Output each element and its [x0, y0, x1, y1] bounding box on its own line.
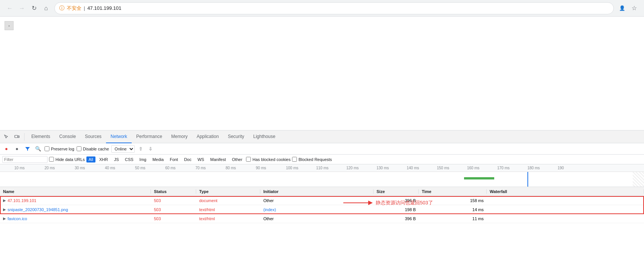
- col-header-status[interactable]: Status: [151, 189, 196, 194]
- col-header-initiator[interactable]: Initiator: [260, 189, 373, 194]
- ruler-10ms: 10 ms: [14, 166, 25, 170]
- row2-status: 503: [151, 207, 196, 212]
- filter-xhr[interactable]: XHR: [97, 156, 110, 162]
- inspect-element-button[interactable]: [2, 132, 11, 142]
- filter-js[interactable]: JS: [112, 156, 121, 162]
- network-toolbar: ● ● 🔍 Preserve log Disable cache Online …: [0, 143, 644, 155]
- devtools-tabs: Elements Console Sources Network Perform…: [27, 130, 280, 143]
- page-content: ▪: [0, 17, 644, 130]
- tab-application[interactable]: Application: [192, 130, 223, 143]
- filter-manifest[interactable]: Manifest: [208, 156, 228, 162]
- tab-network[interactable]: Network: [106, 130, 132, 143]
- star-button[interactable]: ☆: [629, 3, 639, 14]
- timeline-blue-line: [527, 172, 528, 187]
- table-row[interactable]: ▶ 47.101.199.101 503 document Other 396 …: [0, 196, 644, 205]
- ruler-140ms: 140 ms: [407, 166, 419, 170]
- import-har-button[interactable]: ⇧: [137, 145, 144, 153]
- ruler-70ms: 70 ms: [195, 166, 206, 170]
- tab-console[interactable]: Console: [55, 130, 80, 143]
- col-header-size[interactable]: Size: [373, 189, 419, 194]
- filter-img[interactable]: Img: [137, 156, 149, 162]
- timeline-area[interactable]: 10 ms 20 ms 30 ms 40 ms 50 ms 60 ms 70 m…: [0, 164, 644, 187]
- row1-initiator: Other: [260, 198, 373, 203]
- has-blocked-cookies-checkbox[interactable]: [246, 157, 251, 162]
- record-button[interactable]: ●: [2, 145, 11, 153]
- ruler-100ms: 100 ms: [286, 166, 298, 170]
- row3-type: text/html: [196, 216, 260, 221]
- tab-memory[interactable]: Memory: [167, 130, 192, 143]
- blocked-requests-label[interactable]: Blocked Requests: [292, 157, 332, 162]
- throttle-select[interactable]: Online: [111, 145, 135, 153]
- search-button[interactable]: 🔍: [34, 145, 42, 153]
- ruler-110ms: 110 ms: [316, 166, 329, 170]
- col-header-name[interactable]: Name: [0, 189, 151, 194]
- home-button[interactable]: ⌂: [41, 3, 51, 14]
- col-header-waterfall[interactable]: Waterfall: [487, 189, 644, 194]
- ruler-150ms: 150 ms: [437, 166, 449, 170]
- browser-chrome: ← → ↻ ⌂ ⓘ 不安全 | 47.101.199.101 👤 ☆: [0, 0, 644, 17]
- svg-rect-1: [18, 136, 19, 138]
- row3-time: 11 ms: [419, 216, 487, 221]
- ruler-40ms: 40 ms: [105, 166, 115, 170]
- row2-type: text/html: [196, 207, 260, 212]
- network-table: Name Status Type Initiator Size Time Wat…: [0, 187, 644, 256]
- ruler-170ms: 170 ms: [497, 166, 510, 170]
- security-label: 不安全: [67, 5, 81, 12]
- filter-media[interactable]: Media: [150, 156, 166, 162]
- hide-data-urls-label[interactable]: Hide data URLs: [49, 157, 85, 162]
- ruler-160ms: 160 ms: [467, 166, 480, 170]
- row3-status: 503: [151, 216, 196, 221]
- col-header-time[interactable]: Time: [419, 189, 487, 194]
- security-icon: ⓘ: [59, 5, 65, 12]
- row2-size: 198 B: [373, 207, 419, 212]
- tab-sources[interactable]: Sources: [80, 130, 106, 143]
- device-toolbar-button[interactable]: [12, 132, 22, 142]
- ruler-80ms: 80 ms: [226, 166, 236, 170]
- disable-cache-label[interactable]: Disable cache: [77, 146, 109, 151]
- disable-cache-checkbox[interactable]: [77, 146, 81, 151]
- devtools-panel: Elements Console Sources Network Perform…: [0, 130, 644, 256]
- table-row[interactable]: ▶ favicon.ico 503 text/html Other 396 B …: [0, 214, 644, 223]
- reload-button[interactable]: ↻: [29, 3, 39, 14]
- ruler-180ms: 180 ms: [527, 166, 540, 170]
- filter-css[interactable]: CSS: [123, 156, 136, 162]
- url-text: 47.101.199.101: [87, 5, 609, 11]
- filter-font[interactable]: Font: [168, 156, 180, 162]
- ruler-130ms: 130 ms: [377, 166, 389, 170]
- preserve-log-label[interactable]: Preserve log: [45, 146, 74, 151]
- blocked-requests-checkbox[interactable]: [292, 157, 297, 162]
- table-header: Name Status Type Initiator Size Time Wat…: [0, 187, 644, 196]
- export-har-button[interactable]: ⇩: [147, 145, 154, 153]
- table-row[interactable]: ▶ snipaste_20200730_194851.png 503 text/…: [0, 205, 644, 214]
- filter-other[interactable]: Other: [230, 156, 245, 162]
- address-bar[interactable]: ⓘ 不安全 | 47.101.199.101: [54, 2, 614, 14]
- tab-security[interactable]: Security: [223, 130, 249, 143]
- filter-doc[interactable]: Doc: [182, 156, 194, 162]
- ruler-90ms: 90 ms: [256, 166, 266, 170]
- filter-all[interactable]: All: [86, 156, 95, 162]
- row3-name: ▶ favicon.ico: [0, 216, 151, 221]
- clear-button[interactable]: ●: [13, 145, 21, 153]
- hide-data-urls-checkbox[interactable]: [49, 157, 54, 162]
- row2-initiator: (index): [260, 207, 373, 212]
- tab-elements[interactable]: Elements: [27, 130, 55, 143]
- row1-type: document: [196, 198, 260, 203]
- back-button[interactable]: ←: [5, 3, 15, 14]
- row3-initiator: Other: [260, 216, 373, 221]
- preserve-log-checkbox[interactable]: [45, 146, 49, 151]
- devtools-toolbar: Elements Console Sources Network Perform…: [0, 130, 644, 143]
- ruler-30ms: 30 ms: [75, 166, 85, 170]
- has-blocked-cookies-label[interactable]: Has blocked cookies: [246, 157, 290, 162]
- profile-button[interactable]: 👤: [617, 3, 627, 14]
- ruler-20ms: 20 ms: [45, 166, 55, 170]
- timeline-ruler: 10 ms 20 ms 30 ms 40 ms 50 ms 60 ms 70 m…: [0, 164, 644, 172]
- tab-lighthouse[interactable]: Lighthouse: [249, 130, 280, 143]
- filter-ws[interactable]: WS: [195, 156, 206, 162]
- filter-button[interactable]: [23, 145, 32, 153]
- filter-input[interactable]: [2, 156, 48, 163]
- tab-performance[interactable]: Performance: [132, 130, 167, 143]
- col-header-type[interactable]: Type: [196, 189, 260, 194]
- row3-size: 396 B: [373, 216, 419, 221]
- row1-size: 396 B: [373, 198, 419, 203]
- forward-button[interactable]: →: [17, 3, 27, 14]
